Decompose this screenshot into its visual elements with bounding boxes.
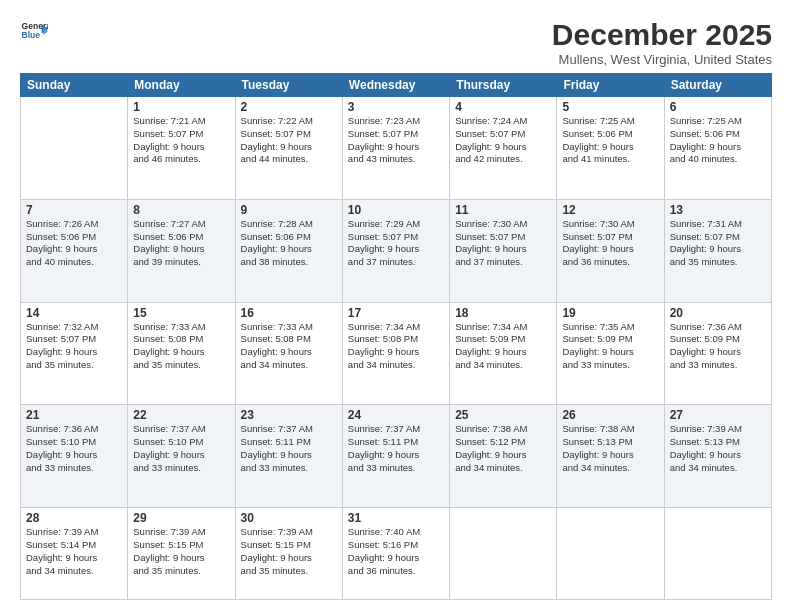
day-info: Sunrise: 7:26 AM Sunset: 5:06 PM Dayligh…: [26, 218, 122, 269]
day-info: Sunrise: 7:38 AM Sunset: 5:13 PM Dayligh…: [562, 423, 658, 474]
day-number: 24: [348, 408, 444, 422]
col-saturday: Saturday: [664, 74, 771, 97]
day-number: 19: [562, 306, 658, 320]
table-row: 27Sunrise: 7:39 AM Sunset: 5:13 PM Dayli…: [664, 405, 771, 508]
table-row: [664, 508, 771, 600]
day-info: Sunrise: 7:30 AM Sunset: 5:07 PM Dayligh…: [455, 218, 551, 269]
table-row: 10Sunrise: 7:29 AM Sunset: 5:07 PM Dayli…: [342, 199, 449, 302]
col-thursday: Thursday: [450, 74, 557, 97]
table-row: [450, 508, 557, 600]
day-number: 10: [348, 203, 444, 217]
title-area: December 2025 Mullens, West Virginia, Un…: [552, 18, 772, 67]
day-number: 11: [455, 203, 551, 217]
day-number: 2: [241, 100, 337, 114]
calendar-row-4: 28Sunrise: 7:39 AM Sunset: 5:14 PM Dayli…: [21, 508, 772, 600]
day-info: Sunrise: 7:28 AM Sunset: 5:06 PM Dayligh…: [241, 218, 337, 269]
day-info: Sunrise: 7:25 AM Sunset: 5:06 PM Dayligh…: [670, 115, 766, 166]
day-info: Sunrise: 7:39 AM Sunset: 5:13 PM Dayligh…: [670, 423, 766, 474]
table-row: 12Sunrise: 7:30 AM Sunset: 5:07 PM Dayli…: [557, 199, 664, 302]
table-row: 28Sunrise: 7:39 AM Sunset: 5:14 PM Dayli…: [21, 508, 128, 600]
table-row: 23Sunrise: 7:37 AM Sunset: 5:11 PM Dayli…: [235, 405, 342, 508]
header: General Blue December 2025 Mullens, West…: [20, 18, 772, 67]
table-row: 4Sunrise: 7:24 AM Sunset: 5:07 PM Daylig…: [450, 97, 557, 200]
table-row: 20Sunrise: 7:36 AM Sunset: 5:09 PM Dayli…: [664, 302, 771, 405]
month-title: December 2025: [552, 18, 772, 52]
day-number: 8: [133, 203, 229, 217]
day-info: Sunrise: 7:31 AM Sunset: 5:07 PM Dayligh…: [670, 218, 766, 269]
day-number: 26: [562, 408, 658, 422]
day-number: 12: [562, 203, 658, 217]
day-info: Sunrise: 7:39 AM Sunset: 5:14 PM Dayligh…: [26, 526, 122, 577]
day-number: 25: [455, 408, 551, 422]
day-info: Sunrise: 7:29 AM Sunset: 5:07 PM Dayligh…: [348, 218, 444, 269]
day-info: Sunrise: 7:22 AM Sunset: 5:07 PM Dayligh…: [241, 115, 337, 166]
day-info: Sunrise: 7:35 AM Sunset: 5:09 PM Dayligh…: [562, 321, 658, 372]
day-info: Sunrise: 7:21 AM Sunset: 5:07 PM Dayligh…: [133, 115, 229, 166]
table-row: 22Sunrise: 7:37 AM Sunset: 5:10 PM Dayli…: [128, 405, 235, 508]
col-wednesday: Wednesday: [342, 74, 449, 97]
day-info: Sunrise: 7:37 AM Sunset: 5:11 PM Dayligh…: [241, 423, 337, 474]
day-info: Sunrise: 7:24 AM Sunset: 5:07 PM Dayligh…: [455, 115, 551, 166]
table-row: 8Sunrise: 7:27 AM Sunset: 5:06 PM Daylig…: [128, 199, 235, 302]
day-number: 27: [670, 408, 766, 422]
table-row: 7Sunrise: 7:26 AM Sunset: 5:06 PM Daylig…: [21, 199, 128, 302]
table-row: 31Sunrise: 7:40 AM Sunset: 5:16 PM Dayli…: [342, 508, 449, 600]
col-monday: Monday: [128, 74, 235, 97]
table-row: 16Sunrise: 7:33 AM Sunset: 5:08 PM Dayli…: [235, 302, 342, 405]
day-info: Sunrise: 7:39 AM Sunset: 5:15 PM Dayligh…: [133, 526, 229, 577]
calendar-table: Sunday Monday Tuesday Wednesday Thursday…: [20, 73, 772, 600]
calendar-row-1: 7Sunrise: 7:26 AM Sunset: 5:06 PM Daylig…: [21, 199, 772, 302]
day-info: Sunrise: 7:34 AM Sunset: 5:08 PM Dayligh…: [348, 321, 444, 372]
location: Mullens, West Virginia, United States: [552, 52, 772, 67]
table-row: 15Sunrise: 7:33 AM Sunset: 5:08 PM Dayli…: [128, 302, 235, 405]
header-row: Sunday Monday Tuesday Wednesday Thursday…: [21, 74, 772, 97]
table-row: 2Sunrise: 7:22 AM Sunset: 5:07 PM Daylig…: [235, 97, 342, 200]
table-row: 9Sunrise: 7:28 AM Sunset: 5:06 PM Daylig…: [235, 199, 342, 302]
day-number: 6: [670, 100, 766, 114]
day-info: Sunrise: 7:33 AM Sunset: 5:08 PM Dayligh…: [133, 321, 229, 372]
day-number: 31: [348, 511, 444, 525]
day-number: 14: [26, 306, 122, 320]
table-row: [21, 97, 128, 200]
table-row: [557, 508, 664, 600]
day-info: Sunrise: 7:23 AM Sunset: 5:07 PM Dayligh…: [348, 115, 444, 166]
table-row: 18Sunrise: 7:34 AM Sunset: 5:09 PM Dayli…: [450, 302, 557, 405]
table-row: 30Sunrise: 7:39 AM Sunset: 5:15 PM Dayli…: [235, 508, 342, 600]
day-info: Sunrise: 7:27 AM Sunset: 5:06 PM Dayligh…: [133, 218, 229, 269]
day-number: 30: [241, 511, 337, 525]
table-row: 17Sunrise: 7:34 AM Sunset: 5:08 PM Dayli…: [342, 302, 449, 405]
day-info: Sunrise: 7:37 AM Sunset: 5:10 PM Dayligh…: [133, 423, 229, 474]
table-row: 26Sunrise: 7:38 AM Sunset: 5:13 PM Dayli…: [557, 405, 664, 508]
table-row: 6Sunrise: 7:25 AM Sunset: 5:06 PM Daylig…: [664, 97, 771, 200]
day-info: Sunrise: 7:39 AM Sunset: 5:15 PM Dayligh…: [241, 526, 337, 577]
day-number: 1: [133, 100, 229, 114]
logo: General Blue: [20, 18, 48, 46]
day-info: Sunrise: 7:30 AM Sunset: 5:07 PM Dayligh…: [562, 218, 658, 269]
day-number: 9: [241, 203, 337, 217]
day-info: Sunrise: 7:36 AM Sunset: 5:10 PM Dayligh…: [26, 423, 122, 474]
day-number: 17: [348, 306, 444, 320]
day-info: Sunrise: 7:33 AM Sunset: 5:08 PM Dayligh…: [241, 321, 337, 372]
col-tuesday: Tuesday: [235, 74, 342, 97]
calendar-row-3: 21Sunrise: 7:36 AM Sunset: 5:10 PM Dayli…: [21, 405, 772, 508]
day-info: Sunrise: 7:34 AM Sunset: 5:09 PM Dayligh…: [455, 321, 551, 372]
day-info: Sunrise: 7:25 AM Sunset: 5:06 PM Dayligh…: [562, 115, 658, 166]
table-row: 11Sunrise: 7:30 AM Sunset: 5:07 PM Dayli…: [450, 199, 557, 302]
calendar-row-2: 14Sunrise: 7:32 AM Sunset: 5:07 PM Dayli…: [21, 302, 772, 405]
table-row: 24Sunrise: 7:37 AM Sunset: 5:11 PM Dayli…: [342, 405, 449, 508]
day-number: 22: [133, 408, 229, 422]
table-row: 19Sunrise: 7:35 AM Sunset: 5:09 PM Dayli…: [557, 302, 664, 405]
svg-text:Blue: Blue: [22, 30, 41, 40]
col-friday: Friday: [557, 74, 664, 97]
table-row: 21Sunrise: 7:36 AM Sunset: 5:10 PM Dayli…: [21, 405, 128, 508]
day-number: 7: [26, 203, 122, 217]
day-info: Sunrise: 7:37 AM Sunset: 5:11 PM Dayligh…: [348, 423, 444, 474]
logo-icon: General Blue: [20, 18, 48, 46]
table-row: 25Sunrise: 7:38 AM Sunset: 5:12 PM Dayli…: [450, 405, 557, 508]
day-info: Sunrise: 7:36 AM Sunset: 5:09 PM Dayligh…: [670, 321, 766, 372]
table-row: 14Sunrise: 7:32 AM Sunset: 5:07 PM Dayli…: [21, 302, 128, 405]
col-sunday: Sunday: [21, 74, 128, 97]
day-number: 15: [133, 306, 229, 320]
day-number: 20: [670, 306, 766, 320]
day-number: 23: [241, 408, 337, 422]
